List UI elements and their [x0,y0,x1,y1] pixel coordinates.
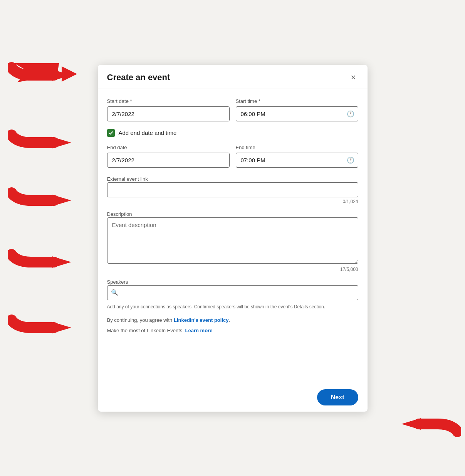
svg-marker-1 [62,66,77,82]
start-date-label: Start date * [107,98,230,104]
red-arrow-1 [8,60,79,91]
end-time-input[interactable] [236,153,358,168]
add-end-datetime-checkbox[interactable] [107,129,115,137]
start-time-label: Start time * [236,98,358,104]
external-link-section: External event link [107,175,358,197]
end-date-group: End date [107,145,230,168]
checkmark-icon [108,130,113,135]
speakers-label: Speakers [107,279,128,285]
form-content: Start date * Start time * 🕐 [98,89,368,346]
policy-end: . [228,317,230,323]
modal-footer: Next [98,383,368,412]
modal-body: Start date * Start time * 🕐 [98,89,368,383]
external-link-label: External event link [107,176,148,182]
learn-more-link[interactable]: Learn more [185,328,213,333]
svg-marker-2 [52,69,71,81]
learn-more-text: Make the most of LinkedIn Events. [107,328,185,333]
svg-marker-6 [52,322,71,333]
start-datetime-row: Start date * Start time * 🕐 [107,98,358,121]
add-end-datetime-row[interactable]: Add end date and time [107,129,358,137]
end-date-input[interactable] [107,153,230,168]
arrow-1 [14,56,77,82]
red-arrow-3 [8,185,79,216]
close-button[interactable]: × [349,72,358,82]
end-date-label: End date [107,145,230,150]
modal-header: Create an event × [98,65,368,89]
description-char-count: 17/5,000 [107,267,358,272]
svg-marker-4 [52,195,71,206]
policy-text: By continuing, you agree with [107,317,174,323]
external-link-input[interactable] [107,182,358,197]
svg-marker-7 [401,418,421,430]
end-time-group: End time 🕐 [236,145,358,168]
modal-title: Create an event [107,72,170,82]
start-time-input[interactable] [236,106,358,121]
add-end-datetime-label: Add end date and time [119,130,177,136]
svg-marker-0 [14,56,61,82]
description-label: Description [107,211,132,217]
start-time-group: Start time * 🕐 [236,98,358,121]
policy-link[interactable]: LinkedIn's event policy [174,317,229,323]
page-wrapper: Create an event × Start date * Start tim… [0,0,465,476]
start-date-group: Start date * [107,98,230,121]
end-time-wrapper: 🕐 [236,153,358,168]
external-link-char-count: 0/1,024 [107,199,358,204]
speakers-search-wrapper: 🔍 [107,285,358,300]
red-arrow-2 [8,127,79,158]
next-button[interactable]: Next [317,389,358,405]
speakers-search-input[interactable] [107,285,358,300]
policy-row: By continuing, you agree with LinkedIn's… [107,316,358,324]
description-textarea[interactable]: Event description [107,217,358,264]
description-section: Description Event description [107,210,358,265]
red-arrow-6 [400,409,461,439]
speakers-section: Speakers 🔍 Add any of your connections a… [107,278,358,310]
end-time-label: End time [236,145,358,150]
create-event-modal: Create an event × Start date * Start tim… [98,65,368,412]
start-date-input[interactable] [107,106,230,121]
svg-marker-3 [52,137,71,148]
learn-more-row: Make the most of LinkedIn Events. Learn … [107,328,358,333]
svg-marker-5 [52,256,71,268]
end-datetime-row: End date End time 🕐 [107,145,358,168]
start-time-wrapper: 🕐 [236,106,358,121]
speakers-hint: Add any of your connections as speakers.… [107,303,358,310]
red-arrow-5 [8,312,79,343]
red-arrow-4 [8,247,79,278]
